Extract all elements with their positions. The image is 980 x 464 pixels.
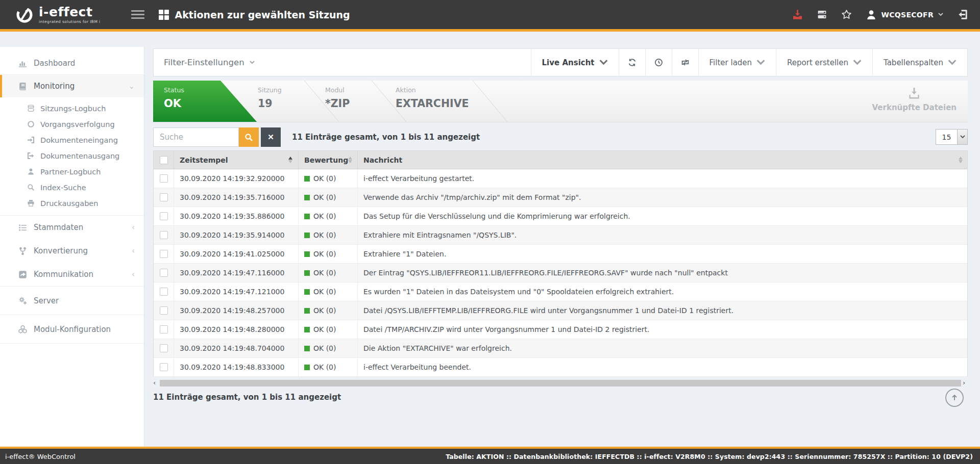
rating-text: OK (0) (313, 344, 336, 352)
chevron-down-icon (948, 58, 957, 67)
column-header-bewertung[interactable]: Bewertung (299, 151, 358, 169)
chevron-down-icon (938, 13, 943, 16)
sidebar-item-index-suche[interactable]: Index-Suche (0, 179, 144, 195)
crumb-status[interactable]: Status OK (153, 81, 257, 122)
column-header-zeitstempel[interactable]: Zeitstempel (174, 151, 299, 169)
scrollbar-thumb[interactable] (160, 380, 961, 386)
row-select-cell (154, 207, 174, 225)
table-row[interactable]: 30.09.2020 14:19:35.914000OK (0)Extrahie… (154, 226, 967, 245)
print-icon (27, 199, 35, 207)
scroll-right-icon[interactable]: › (963, 379, 968, 386)
timestamp-cell: 30.09.2020 14:19:47.116000 (174, 264, 299, 282)
sidebar-item-monitoring[interactable]: Monitoring⌄ (0, 75, 144, 97)
footer-results-summary: 11 Einträge gesamt, von 1 bis 11 angezei… (153, 393, 968, 402)
page-size-select[interactable]: 15 (936, 129, 968, 145)
row-checkbox[interactable] (160, 212, 168, 220)
sidebar-item-druckausgaben[interactable]: Druckausgaben (0, 195, 144, 211)
table-row[interactable]: 30.09.2020 14:19:35.716000OK (0)Verwende… (154, 188, 967, 207)
row-checkbox[interactable] (160, 325, 168, 333)
bar-chart-icon (18, 59, 28, 68)
table-row[interactable]: 30.09.2020 14:19:47.116000OK (0)Der Eint… (154, 264, 967, 282)
cubes-icon (18, 325, 28, 333)
filter-toolbar: Filter-Einstellungen Live Ansicht Filter… (153, 48, 968, 76)
table-row[interactable]: 30.09.2020 14:19:48.280000OK (0)Datei /T… (154, 320, 967, 339)
table-row[interactable]: 30.09.2020 14:19:48.704000OK (0)Die Akti… (154, 339, 967, 358)
clear-search-button[interactable]: ✕ (261, 127, 281, 147)
rating-cell: OK (0) (299, 188, 358, 207)
message-cell: i-effect Verarbeitung beendet. (358, 358, 967, 376)
message-cell: Das Setup für die Verschlüsselung und di… (358, 207, 967, 225)
list-icon (18, 223, 28, 232)
row-checkbox[interactable] (160, 269, 168, 277)
history-button[interactable] (645, 49, 672, 76)
scroll-to-top-button[interactable] (945, 389, 964, 407)
row-checkbox[interactable] (160, 250, 168, 258)
report-create-label: Report erstellen (787, 58, 848, 67)
menu-toggle-icon[interactable] (131, 8, 144, 21)
app-logo[interactable]: i-effect integrated solutions for IBM i (14, 5, 101, 25)
chevron-down-icon (599, 58, 608, 67)
table-row[interactable]: 30.09.2020 14:19:35.886000OK (0)Das Setu… (154, 207, 967, 226)
sidebar-item-modul-konfiguration[interactable]: Modul-Konfiguration (0, 315, 144, 343)
filter-settings-dropdown[interactable]: Filter-Einstellungen (154, 58, 255, 67)
sidebar-nav: DashboardMonitoring⌄Sitzungs-LogbuchVorg… (0, 47, 144, 447)
select-all-cell (154, 151, 174, 169)
row-checkbox[interactable] (160, 363, 168, 371)
timestamp-cell: 30.09.2020 14:19:35.914000 (174, 226, 299, 244)
repeat-icon (681, 58, 690, 67)
refresh-button[interactable] (619, 49, 645, 76)
sidebar-item-kommunikation[interactable]: Kommunikation‹ (0, 263, 144, 286)
table-row[interactable]: 30.09.2020 14:19:41.025000OK (0)Extrahie… (154, 245, 967, 264)
download-alert-icon[interactable] (792, 9, 803, 20)
row-checkbox[interactable] (160, 231, 168, 239)
sidebar-item-konvertierung[interactable]: Konvertierung‹ (0, 239, 144, 263)
favorites-star-icon[interactable] (841, 9, 852, 20)
search-button[interactable] (239, 127, 259, 147)
server-status-icon[interactable] (817, 9, 828, 20)
row-checkbox[interactable] (160, 288, 168, 296)
sidebar-item-label: Monitoring (34, 82, 75, 91)
filter-load-dropdown[interactable]: Filter laden (698, 49, 776, 76)
table-row[interactable]: 30.09.2020 14:19:48.257000OK (0)Datei /Q… (154, 301, 967, 320)
search-icon (27, 184, 35, 191)
linked-files-button[interactable]: Verknüpfte Dateien (872, 88, 957, 112)
sort-icon (348, 157, 352, 163)
status-bar: i-effect® WebControl Tabelle: AKTION :: … (0, 447, 980, 464)
table-row[interactable]: 30.09.2020 14:19:48.833000OK (0)i-effect… (154, 358, 967, 377)
table-columns-dropdown[interactable]: Tabellenspalten (872, 49, 967, 76)
linked-files-label: Verknüpfte Dateien (872, 103, 957, 112)
divider (0, 343, 144, 344)
sidebar-item-sitzungs-logbuch[interactable]: Sitzungs-Logbuch (0, 100, 144, 116)
table-row[interactable]: 30.09.2020 14:19:32.920000OK (0)i-effect… (154, 169, 967, 188)
sidebar-item-label: Partner-Logbuch (40, 168, 101, 176)
row-checkbox[interactable] (160, 344, 168, 352)
report-create-dropdown[interactable]: Report erstellen (776, 49, 872, 76)
sidebar-item-stammdaten[interactable]: Stammdaten‹ (0, 216, 144, 239)
search-input[interactable] (153, 127, 239, 147)
sidebar-item-label: Index-Suche (40, 184, 86, 192)
sidebar-item-server[interactable]: Server (0, 287, 144, 315)
column-header-nachricht[interactable]: Nachricht (358, 151, 967, 169)
sidebar-item-vorgangsverfolgung[interactable]: Vorgangsverfolgung (0, 116, 144, 132)
crumb-aktion-value: EXTARCHIVE (396, 97, 469, 110)
row-checkbox[interactable] (160, 174, 168, 183)
select-all-checkbox[interactable] (160, 156, 168, 164)
gears-icon (18, 296, 28, 305)
status-ok-icon (304, 251, 310, 257)
sidebar-item-dashboard[interactable]: Dashboard (0, 52, 144, 74)
scroll-left-icon[interactable]: ‹ (153, 379, 158, 386)
crumb-separator (473, 81, 508, 122)
row-checkbox[interactable] (160, 193, 168, 201)
row-checkbox[interactable] (160, 306, 168, 315)
logout-icon[interactable] (957, 9, 968, 20)
scrollbar-track[interactable] (160, 380, 961, 386)
user-menu[interactable]: WCQSECOFR (866, 9, 943, 20)
sidebar-item-partner-logbuch[interactable]: Partner-Logbuch (0, 164, 144, 179)
sidebar-item-dokumentenausgang[interactable]: Dokumentenausgang (0, 148, 144, 164)
auto-reload-button[interactable] (672, 49, 698, 76)
rating-text: OK (0) (313, 231, 336, 239)
sidebar-item-dokumenteneingang[interactable]: Dokumenteneingang (0, 132, 144, 148)
live-view-dropdown[interactable]: Live Ansicht (531, 49, 619, 76)
table-row[interactable]: 30.09.2020 14:19:47.121000OK (0)Es wurde… (154, 282, 967, 301)
database-icon (27, 105, 35, 112)
